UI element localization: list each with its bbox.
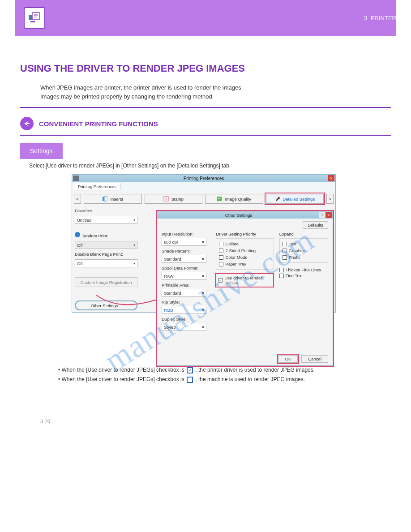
chevron-down-icon: ▾ — [133, 243, 135, 247]
main-tab-bar: < Inserts S Stamp Image Quality Detailed… — [72, 191, 335, 206]
expand-graphics-checkbox[interactable]: Graphics — [283, 248, 325, 253]
shade-pattern-label: Shade Pattern: — [162, 249, 210, 253]
header-band: 3 PRINTER — [15, 0, 396, 36]
fine-text-checkbox[interactable]: Fine Text — [279, 273, 328, 278]
explanation-block: • When the [Use driver to render JPEGs] … — [58, 367, 371, 383]
info-icon — [75, 232, 80, 237]
page-number: 3-70 — [40, 419, 411, 424]
chapter-title: PRINTER — [371, 15, 396, 21]
color-mode-checkbox[interactable]: Color Mode — [219, 255, 270, 260]
disable-blank-label: Disable Blank Page Print: — [75, 252, 137, 257]
tab-inserts-label: Inserts — [110, 197, 123, 202]
intro-text: When JPEG images are printer, the printe… — [40, 83, 371, 101]
inserts-icon — [102, 196, 107, 202]
shade-pattern-select[interactable]: Standard▾ — [162, 255, 206, 263]
chevron-down-icon: ▾ — [202, 257, 204, 262]
section-separator — [20, 107, 391, 108]
screenshot-composition: manualshive.com Printing Preferences × P… — [54, 174, 394, 353]
dialog-title: Other Settings — [158, 213, 319, 218]
paper-tray-checkbox[interactable]: Paper Tray — [219, 262, 270, 266]
back-arrow-icon[interactable] — [20, 117, 34, 130]
tab-image-quality-label: Image Quality — [225, 197, 251, 202]
favorites-label: Favorites: — [75, 208, 137, 213]
expand-photo-checkbox[interactable]: Photo — [283, 255, 325, 260]
jpeg-render-highlight: ✓Use driver to render JPEGs — [216, 274, 273, 287]
close-icon[interactable]: × — [325, 212, 332, 218]
section-title: USING THE DRIVER TO RENDER JPEG IMAGES — [20, 63, 391, 74]
tandem-print-label: Tandem Print: — [75, 232, 137, 238]
duplex-style-select[interactable]: Style3▾ — [162, 323, 206, 331]
duplex-style-label: Duplex Style: — [162, 317, 210, 322]
unchecked-checkbox-icon: ✓ — [187, 377, 193, 383]
section-title-block: USING THE DRIVER TO RENDER JPEG IMAGES — [20, 63, 391, 74]
breadcrumb-row: CONVENIENT PRINTING FUNCTIONS — [20, 117, 391, 130]
close-icon[interactable]: × — [328, 175, 334, 181]
custom-image-registration-button[interactable]: Custom Image Registration — [75, 277, 137, 287]
defaults-button[interactable]: Defaults — [303, 221, 328, 229]
tab-detailed-settings-label: Detailed Settings — [283, 197, 315, 202]
tab-scroll-left-button[interactable]: < — [74, 194, 81, 204]
chevron-down-icon: ▾ — [202, 291, 204, 296]
header-chapter: 3 PRINTER — [364, 15, 396, 21]
tandem-print-select[interactable]: Off▾ — [75, 241, 137, 249]
other-settings-button[interactable]: Other Settings... — [75, 300, 137, 310]
spool-data-format-label: Spool Data Format: — [162, 266, 210, 270]
tab-image-quality[interactable]: Image Quality — [205, 194, 263, 204]
printer-icon — [73, 176, 79, 181]
svg-rect-1 — [32, 13, 39, 20]
dialog-body: Input Resolution: 600 dpi▾ Shade Pattern… — [157, 229, 333, 335]
help-icon[interactable]: ? — [319, 212, 325, 218]
stamp-icon: S — [163, 196, 169, 202]
other-settings-dialog: Other Settings ? × Defaults Input Resolu… — [157, 211, 333, 366]
header-logo-icon — [24, 7, 45, 29]
dialog-col-3: Expand Text Graphics Photo Thicken Fine … — [279, 232, 328, 333]
input-resolution-select[interactable]: 600 dpi▾ — [162, 238, 206, 246]
printable-area-label: Printable Area: — [162, 283, 210, 287]
svg-text:S: S — [165, 197, 167, 201]
window-title-bar: Printing Preferences × — [72, 175, 335, 182]
left-column: Favorites: Untitled▾ Tandem Print: Off▾ … — [75, 208, 137, 310]
svg-point-8 — [218, 198, 220, 199]
expand-text-checkbox[interactable]: Text — [283, 241, 325, 246]
tab-detailed-settings[interactable]: Detailed Settings — [266, 194, 324, 204]
collate-checkbox[interactable]: Collate — [219, 241, 270, 246]
input-resolution-label: Input Resolution: — [162, 232, 210, 236]
inner-tab-label[interactable]: Printing Preferences — [74, 183, 120, 190]
printable-area-select[interactable]: Standard▾ — [162, 289, 206, 297]
svg-rect-2 — [30, 21, 35, 22]
driver-setting-priority-title: Driver Setting Priority — [216, 232, 274, 236]
tab-stamp-label: Stamp — [171, 197, 184, 202]
expand-title: Expand — [279, 232, 328, 236]
two-sided-printing-checkbox[interactable]: 2-Sided Printing — [219, 248, 270, 253]
chevron-down-icon: ▾ — [202, 308, 204, 313]
wrench-icon — [274, 196, 280, 202]
breadcrumb-separator — [20, 135, 391, 136]
intro-line-1: When JPEG images are printer, the printe… — [40, 83, 371, 92]
chapter-number: 3 — [364, 15, 367, 21]
tab-scroll-right-button[interactable]: > — [326, 194, 334, 204]
dialog-button-row: OK Cancel — [157, 352, 333, 365]
tab-stamp[interactable]: S Stamp — [145, 194, 203, 204]
svg-rect-4 — [104, 197, 107, 201]
thicken-fine-lines-checkbox[interactable]: Thicken Fine Lines — [279, 267, 328, 272]
settings-badge: Settings — [20, 143, 63, 159]
chevron-down-icon: ▾ — [202, 274, 204, 279]
settings-hint: Select [Use driver to render JPEGs] in [… — [29, 163, 411, 169]
expand-group: Text Graphics Photo — [279, 238, 328, 263]
tab-inserts[interactable]: Inserts — [84, 194, 142, 204]
dialog-col-1: Input Resolution: 600 dpi▾ Shade Pattern… — [162, 232, 210, 333]
disable-blank-select[interactable]: Off▾ — [75, 259, 137, 267]
checked-checkbox-icon: ✓ — [187, 367, 193, 373]
ok-button[interactable]: OK — [278, 355, 298, 363]
inner-tab-row: Printing Preferences — [72, 182, 335, 191]
window-title: Printing Preferences — [79, 176, 328, 181]
favorites-select[interactable]: Untitled▾ — [75, 216, 137, 224]
explain-line-checked: • When the [Use driver to render JPEGs] … — [58, 367, 371, 373]
rip-style-select[interactable]: RGB▾ — [162, 306, 206, 314]
breadcrumb-title[interactable]: CONVENIENT PRINTING FUNCTIONS — [39, 120, 158, 128]
use-driver-render-jpegs-checkbox[interactable]: ✓Use driver to render JPEGs — [218, 275, 270, 285]
rip-style-label: Rip Style: — [162, 300, 210, 305]
cancel-button[interactable]: Cancel — [301, 355, 328, 363]
chevron-down-icon: ▾ — [133, 262, 135, 266]
spool-data-format-select[interactable]: RAW▾ — [162, 272, 206, 280]
